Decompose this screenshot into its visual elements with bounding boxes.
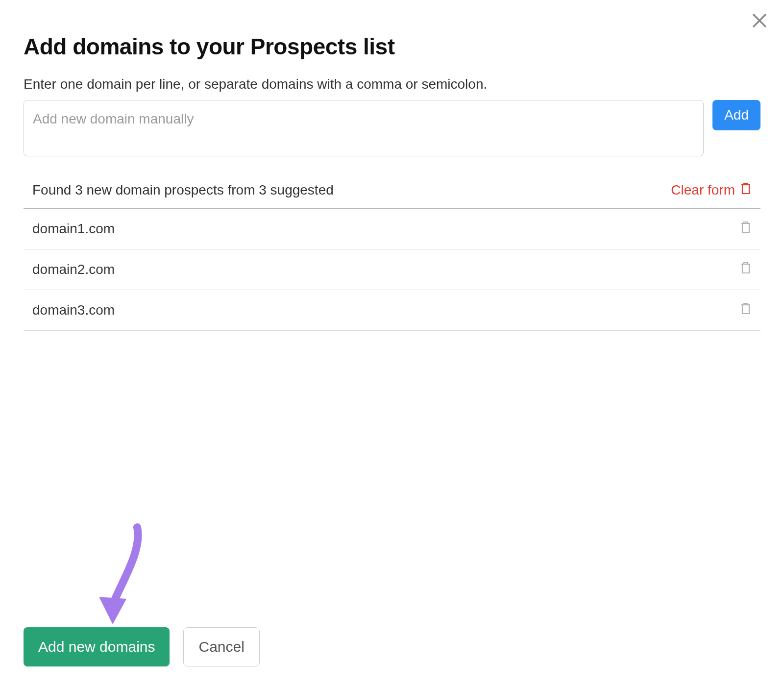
domain-name: domain3.com [32,302,115,318]
list-item: domain2.com [24,249,760,290]
close-icon [751,12,768,31]
add-button[interactable]: Add [712,100,760,130]
input-row: Add [24,100,760,156]
delete-domain-button[interactable] [740,302,752,319]
trash-icon [740,221,752,237]
clear-form-label: Clear form [671,182,735,198]
modal-subtitle: Enter one domain per line, or separate d… [24,76,760,92]
arrow-annotation [93,521,152,629]
domain-name: domain1.com [32,221,115,237]
modal-footer: Add new domains Cancel [24,627,260,666]
cancel-button[interactable]: Cancel [183,627,259,666]
found-summary-row: Found 3 new domain prospects from 3 sugg… [24,182,760,209]
trash-icon [740,302,752,319]
list-item: domain1.com [24,209,760,249]
modal-title: Add domains to your Prospects list [24,33,760,60]
clear-form-button[interactable]: Clear form [671,182,752,198]
domain-name: domain2.com [32,262,115,277]
trash-icon [740,182,752,198]
delete-domain-button[interactable] [740,221,752,237]
domain-input[interactable] [24,100,704,156]
found-count-text: Found 3 new domain prospects from 3 sugg… [32,182,334,198]
add-domains-modal: Add domains to your Prospects list Enter… [0,0,784,690]
list-item: domain3.com [24,290,760,331]
trash-icon [740,261,752,278]
close-button[interactable] [748,10,771,33]
add-new-domains-button[interactable]: Add new domains [24,627,170,666]
domain-list: domain1.com domain2.com domain3.co [24,209,760,331]
delete-domain-button[interactable] [740,261,752,278]
